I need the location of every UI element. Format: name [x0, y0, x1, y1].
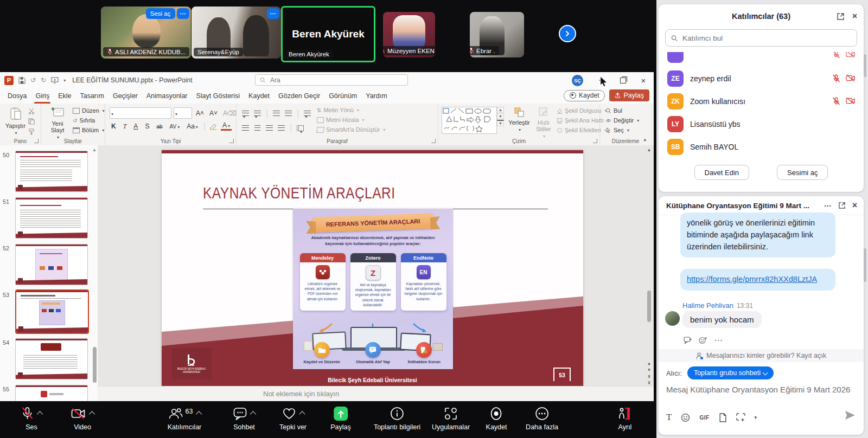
- chat-more-icon[interactable]: ⋯: [824, 201, 832, 210]
- scroll-down-icon[interactable]: ▲: [646, 361, 653, 366]
- tab-gorunum[interactable]: Görünüm: [324, 88, 361, 104]
- italic-button[interactable]: T: [122, 123, 129, 131]
- popout-icon[interactable]: [837, 12, 845, 21]
- participants-options-chevron[interactable]: [196, 411, 202, 417]
- select-button[interactable]: Seç: [605, 127, 639, 133]
- reactions-options-chevron[interactable]: [299, 411, 305, 417]
- tab-tasarim[interactable]: Tasarım: [75, 88, 108, 104]
- next-slide-double-icon[interactable]: ⇟: [646, 380, 653, 385]
- share-button[interactable]: Paylaş: [609, 89, 649, 101]
- tab-dosya[interactable]: Dosya: [3, 88, 31, 104]
- recipient-select[interactable]: Toplantı grubu sohbeti: [687, 366, 774, 379]
- slide-thumbnail-52[interactable]: [15, 244, 88, 285]
- strikethrough-button[interactable]: ab: [155, 124, 164, 130]
- participant-search-input[interactable]: [681, 34, 851, 43]
- audio-options-chevron[interactable]: [37, 411, 43, 417]
- toolbar-audio-button[interactable]: Ses: [21, 406, 42, 431]
- tab-gecisler[interactable]: Geçişler: [108, 88, 142, 104]
- participant-row-partial[interactable]: [659, 52, 864, 66]
- reset-button[interactable]: ↺Sıfırla: [73, 117, 105, 124]
- toolbar-apps-button[interactable]: Uygulamalar: [432, 406, 470, 431]
- shapes-scroll-up[interactable]: ▲: [497, 107, 504, 113]
- align-center-button[interactable]: [254, 125, 260, 131]
- convert-smartart-button[interactable]: SmartArt'a Dönüştür: [317, 126, 385, 133]
- close-icon[interactable]: ×: [852, 201, 857, 210]
- video-tile-muzeyyen[interactable]: Müzeyyen EKEN: [383, 12, 435, 57]
- scrollbar-thumb[interactable]: [647, 291, 651, 322]
- copy-icon[interactable]: [28, 118, 35, 125]
- video-options-chevron[interactable]: [89, 411, 95, 417]
- justify-button[interactable]: [278, 125, 285, 131]
- layout-button[interactable]: Düzen: [73, 107, 105, 114]
- screenshot-icon[interactable]: [736, 413, 745, 422]
- drawing-dialog-launcher[interactable]: [593, 139, 597, 143]
- tile-more-button[interactable]: ⋯: [267, 8, 280, 19]
- ask-unmute-button[interactable]: Sesi aç: [146, 8, 175, 19]
- compose-more-icon[interactable]: ▾: [755, 415, 757, 420]
- bold-button[interactable]: K: [110, 123, 118, 130]
- participant-row-semih[interactable]: SB Semih BAYOL: [659, 136, 864, 158]
- chat-options-chevron[interactable]: [250, 411, 256, 417]
- toolbar-reactions-button[interactable]: Tepki ver: [279, 406, 307, 431]
- quick-access-more-icon[interactable]: ▾: [63, 78, 66, 83]
- restore-button[interactable]: [612, 72, 633, 88]
- toolbar-leave-button[interactable]: Ayrıl: [617, 406, 633, 431]
- underline-button[interactable]: A: [132, 123, 139, 130]
- gif-icon[interactable]: GIF: [699, 415, 709, 421]
- undo-icon[interactable]: ↺: [30, 76, 36, 84]
- reply-icon[interactable]: [684, 337, 692, 344]
- tab-ekle[interactable]: Ekle: [54, 88, 75, 104]
- quick-styles-button[interactable]: Hızlı Stiller: [532, 107, 556, 139]
- participants-scrollbar[interactable]: [864, 54, 866, 77]
- chat-privacy-note[interactable]: Mesajlarınızı kimler görebilir? Kayıt aç…: [659, 349, 864, 362]
- slide-thumbnail-54[interactable]: [15, 338, 88, 379]
- tab-gozden-gecir[interactable]: Gözden Geçir: [274, 88, 324, 104]
- align-right-button[interactable]: [266, 125, 273, 131]
- slide-thumbnail-51[interactable]: [15, 197, 88, 239]
- tab-slayt-gosterisi[interactable]: Slayt Gösterisi: [192, 88, 245, 104]
- arrange-button[interactable]: Yerleştir: [507, 107, 532, 132]
- popout-icon[interactable]: [838, 202, 846, 209]
- message-more-icon[interactable]: ⋯: [714, 335, 723, 345]
- prev-slide-double-icon[interactable]: ⇞: [646, 374, 653, 379]
- new-slide-button[interactable]: Yeni Slayt: [46, 107, 69, 140]
- character-spacing-button[interactable]: AV: [168, 124, 182, 130]
- search-input[interactable]: [269, 76, 403, 85]
- shapes-more[interactable]: ▼: [497, 120, 504, 126]
- text-direction-button[interactable]: ⇅Metin Yönü: [317, 107, 385, 113]
- chat-scrollbar[interactable]: [864, 248, 866, 282]
- align-left-button[interactable]: [242, 125, 249, 131]
- invite-button[interactable]: Davet Edin: [694, 165, 750, 180]
- toolbar-chat-button[interactable]: Sohbet: [233, 406, 256, 431]
- next-videos-button[interactable]: [559, 25, 576, 42]
- format-painter-icon[interactable]: [28, 128, 35, 135]
- thumbs-scrollbar[interactable]: [93, 347, 97, 383]
- shapes-gallery[interactable]: [442, 107, 497, 134]
- toolbar-more-button[interactable]: Daha fazla: [526, 406, 558, 431]
- ppt-search-box[interactable]: [255, 74, 408, 86]
- video-tile-beren-active[interactable]: Beren Akyürek Beren Akyürek: [281, 6, 375, 62]
- font-dialog-launcher[interactable]: [229, 139, 234, 143]
- unmute-self-button[interactable]: Sesimi aç: [777, 165, 828, 180]
- tab-giris[interactable]: Giriş: [31, 88, 54, 104]
- video-tile-serenay[interactable]: ⋯ Serenay&Eyüp: [192, 7, 281, 59]
- cut-icon[interactable]: [28, 108, 35, 114]
- notes-placeholder[interactable]: Not eklemek için tıklayın: [98, 386, 654, 401]
- format-text-icon[interactable]: T: [666, 412, 672, 423]
- grow-font-button[interactable]: A˄: [194, 110, 206, 117]
- add-reaction-icon[interactable]: [699, 337, 707, 344]
- scroll-up-icon[interactable]: ▲: [646, 147, 653, 152]
- pano-dialog-launcher[interactable]: [34, 139, 39, 143]
- text-shadow-button[interactable]: S: [143, 123, 151, 130]
- change-case-button[interactable]: Aa: [185, 123, 200, 130]
- tab-yardim[interactable]: Yardım: [361, 88, 391, 104]
- toolbar-participants-button[interactable]: 63 Katılımcılar: [168, 406, 202, 431]
- collapse-ribbon-icon[interactable]: ▴: [643, 137, 646, 142]
- section-button[interactable]: Bölüm: [73, 127, 105, 133]
- reference-tools-infographic[interactable]: REFERANS YÖNETİM ARAÇLARI Akademik kayna…: [293, 209, 453, 369]
- toolbar-video-button[interactable]: Video: [71, 406, 94, 431]
- slide-title[interactable]: KAYNAK YÖNETİM ARAÇLARI: [203, 184, 395, 202]
- participant-row-lisansustu[interactable]: LY Lisansüstü ybs: [659, 113, 864, 136]
- find-button[interactable]: Bul: [605, 107, 639, 114]
- previous-slide-icon[interactable]: ▼: [646, 368, 653, 372]
